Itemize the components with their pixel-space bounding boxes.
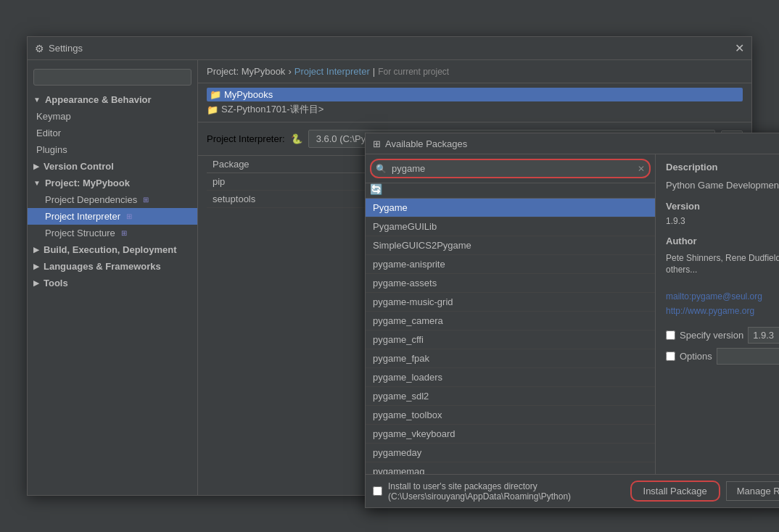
list-item[interactable]: Pygame — [366, 199, 655, 217]
expand-arrow-lang: ▶ — [33, 262, 39, 270]
list-item[interactable]: pygameday — [366, 444, 655, 462]
dialog-footer: Install to user's site packages director… — [366, 474, 779, 507]
sidebar-label-structure: Project Structure — [45, 228, 115, 238]
options-input[interactable] — [717, 348, 779, 365]
list-item[interactable]: PygameGUILib — [366, 217, 655, 236]
list-item[interactable]: pygame_sdl2 — [366, 387, 655, 406]
list-item[interactable]: pygamemaq — [366, 462, 655, 474]
repo-icon-deps: ⊞ — [143, 196, 149, 204]
dialog-body: 🔍 ✕ 🔄 Pygame PygameGUILib SimpleGUICS2Py… — [366, 154, 779, 474]
specify-version-section: Specify version ▼ — [666, 327, 779, 344]
package-search-input[interactable] — [370, 159, 651, 178]
sidebar-label-keymap: Keymap — [36, 111, 71, 122]
title-bar: ⚙ Settings ✕ — [28, 37, 751, 60]
refresh-icon[interactable]: 🔄 — [370, 183, 382, 195]
tree-label-sz: SZ-Python1701-课件目> — [221, 103, 323, 116]
list-item[interactable]: pygame-music-grid — [366, 293, 655, 312]
list-item[interactable]: pygame-anisprite — [366, 255, 655, 274]
list-item[interactable]: pygame_fpak — [366, 349, 655, 368]
sidebar-item-build[interactable]: ▶ Build, Execution, Deployment — [28, 241, 197, 258]
expand-arrow-tools: ▶ — [33, 279, 39, 287]
tree-item-sz[interactable]: 📁 SZ-Python1701-课件目> — [207, 101, 743, 117]
dialog-title-label: Available Packages — [385, 138, 467, 149]
project-tree: 📁 MyPybooks 📁 SZ-Python1701-课件目> — [198, 83, 751, 122]
sidebar-search-input[interactable] — [33, 69, 191, 86]
tree-label-mypybooks: MyPybooks — [224, 89, 273, 100]
list-item[interactable]: pygame_cffi — [366, 331, 655, 349]
folder-icon-2: 📁 — [207, 104, 218, 115]
search-icon: 🔍 — [376, 164, 387, 174]
specify-version-label: Specify version — [680, 330, 743, 341]
breadcrumb-separator: › — [288, 66, 291, 77]
repo-icon-struct: ⊞ — [121, 229, 127, 237]
sidebar-item-editor[interactable]: Editor — [28, 125, 197, 141]
sidebar-label-tools: Tools — [44, 278, 68, 288]
options-checkbox[interactable] — [666, 352, 675, 361]
package-list: Pygame PygameGUILib SimpleGUICS2Pygame p… — [366, 199, 655, 474]
desc-title-label: Description — [666, 162, 779, 173]
settings-icon: ⚙ — [35, 43, 44, 54]
desc-link2[interactable]: http://www.pygame.org — [666, 304, 779, 318]
specify-version-input[interactable] — [748, 327, 779, 344]
list-item[interactable]: pygame_vkeyboard — [366, 425, 655, 444]
sidebar-item-keymap[interactable]: Keymap — [28, 108, 197, 125]
expand-arrow-vc: ▶ — [33, 162, 39, 170]
tree-item-mypybooks[interactable]: 📁 MyPybooks — [207, 88, 743, 101]
desc-author: Pete Shinners, Rene Dudfield, Marcus von… — [666, 252, 779, 277]
list-item[interactable]: pygame_camera — [366, 312, 655, 331]
window-body: ▼ Appearance & Behavior Keymap Editor Pl… — [28, 60, 751, 495]
expand-arrow-project: ▼ — [33, 179, 41, 187]
install-to-user-checkbox[interactable] — [373, 486, 382, 496]
dialog-icon: ⊞ — [373, 138, 381, 149]
sidebar-item-version-control[interactable]: ▶ Version Control — [28, 158, 197, 175]
sidebar-label-interpreter: Project Interpreter — [45, 211, 120, 222]
desc-name: Python Game Development — [666, 178, 779, 194]
interpreter-python-icon: 🐍 — [291, 133, 302, 144]
list-item[interactable]: SimpleGUICS2Pygame — [366, 236, 655, 255]
sidebar-label-plugins: Plugins — [36, 144, 67, 155]
sidebar-item-project[interactable]: ▼ Project: MyPybook — [28, 175, 197, 191]
main-wrapper: Project: MyPybook › Project Interpreter … — [198, 60, 751, 495]
dialog-title-bar: ⊞ Available Packages ✕ — [366, 133, 779, 154]
expand-arrow: ▼ — [33, 96, 41, 104]
sidebar-label-vc: Version Control — [44, 161, 114, 172]
list-item[interactable]: pygame_loaders — [366, 368, 655, 387]
title-bar-left: ⚙ Settings — [35, 43, 83, 54]
close-button[interactable]: ✕ — [735, 41, 744, 55]
settings-window: ⚙ Settings ✕ ▼ Appearance & Behavior Key… — [27, 36, 752, 496]
breadcrumb-page: Project Interpreter — [294, 66, 370, 77]
list-header: 🔄 — [366, 183, 655, 199]
specify-version-checkbox[interactable] — [666, 331, 675, 340]
list-item[interactable]: pygame-assets — [366, 274, 655, 293]
sidebar-item-appearance[interactable]: ▼ Appearance & Behavior — [28, 91, 197, 108]
interpreter-label: Project Interpreter: — [207, 133, 285, 144]
install-package-button[interactable]: Install Package — [630, 481, 720, 502]
options-label: Options — [680, 351, 712, 362]
breadcrumb-separator2: | — [373, 66, 375, 77]
package-search-wrap: 🔍 ✕ — [366, 154, 655, 183]
dialog-title: ⊞ Available Packages — [373, 138, 467, 149]
sidebar-item-project-structure[interactable]: Project Structure ⊞ — [28, 225, 197, 241]
manage-repositories-button[interactable]: Manage Repositories — [726, 481, 779, 501]
available-packages-dialog: ⊞ Available Packages ✕ 🔍 ✕ 🔄 — [365, 133, 779, 508]
sidebar-item-plugins[interactable]: Plugins — [28, 141, 197, 158]
sidebar-item-languages[interactable]: ▶ Languages & Frameworks — [28, 258, 197, 275]
list-item[interactable]: pygame_toolbox — [366, 406, 655, 425]
sidebar-item-project-dependencies[interactable]: Project Dependencies ⊞ — [28, 191, 197, 208]
breadcrumb-note: For current project — [378, 67, 449, 77]
sidebar-item-tools[interactable]: ▶ Tools — [28, 275, 197, 291]
options-section: Options — [666, 348, 779, 365]
desc-link1[interactable]: mailto:pygame@seul.org — [666, 290, 779, 304]
install-user-label: Install to user's site packages director… — [388, 481, 625, 502]
folder-icon-1: 📁 — [210, 89, 221, 100]
search-clear-button[interactable]: ✕ — [638, 164, 645, 174]
desc-content: Python Game Development Version 1.9.3 Au… — [666, 178, 779, 318]
desc-version-label: Version — [666, 199, 779, 215]
breadcrumb-project: Project: MyPybook — [207, 66, 285, 77]
package-list-section: 🔍 ✕ 🔄 Pygame PygameGUILib SimpleGUICS2Py… — [366, 154, 656, 474]
sidebar-label-project: Project: MyPybook — [45, 178, 130, 188]
sidebar-item-project-interpreter[interactable]: Project Interpreter ⊞ — [28, 208, 197, 225]
desc-version: 1.9.3 — [666, 215, 779, 228]
window-title: Settings — [49, 43, 83, 54]
description-panel: Description Python Game Development Vers… — [656, 154, 779, 474]
